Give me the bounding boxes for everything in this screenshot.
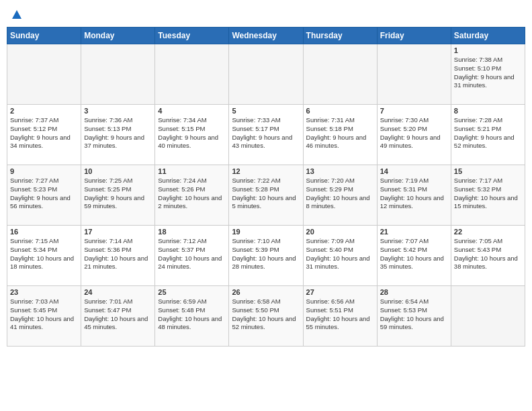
- day-info: Sunrise: 7:15 AM Sunset: 5:34 PM Dayligh…: [10, 237, 78, 271]
- calendar-cell: [303, 44, 377, 105]
- day-info: Sunrise: 6:56 AM Sunset: 5:51 PM Dayligh…: [306, 298, 374, 332]
- calendar-cell: 7Sunrise: 7:30 AM Sunset: 5:20 PM Daylig…: [377, 105, 451, 165]
- day-number: 14: [380, 167, 448, 175]
- day-number: 23: [10, 288, 78, 296]
- day-number: 25: [158, 288, 226, 296]
- weekday-header-monday: Monday: [81, 28, 155, 44]
- calendar-cell: [7, 44, 81, 105]
- day-number: 21: [380, 228, 448, 236]
- calendar-cell: 14Sunrise: 7:19 AM Sunset: 5:31 PM Dayli…: [377, 165, 451, 226]
- day-info: Sunrise: 7:09 AM Sunset: 5:40 PM Dayligh…: [306, 237, 374, 271]
- day-info: Sunrise: 6:59 AM Sunset: 5:48 PM Dayligh…: [158, 298, 226, 332]
- calendar-cell: 13Sunrise: 7:20 AM Sunset: 5:29 PM Dayli…: [303, 165, 377, 226]
- day-info: Sunrise: 7:10 AM Sunset: 5:39 PM Dayligh…: [232, 237, 300, 271]
- day-info: Sunrise: 7:24 AM Sunset: 5:26 PM Dayligh…: [158, 177, 226, 211]
- calendar-cell: 26Sunrise: 6:58 AM Sunset: 5:50 PM Dayli…: [229, 286, 303, 347]
- day-info: Sunrise: 7:12 AM Sunset: 5:37 PM Dayligh…: [158, 237, 226, 271]
- calendar-cell: 2Sunrise: 7:37 AM Sunset: 5:12 PM Daylig…: [7, 105, 81, 165]
- day-info: Sunrise: 7:14 AM Sunset: 5:36 PM Dayligh…: [84, 237, 152, 271]
- calendar-cell: 21Sunrise: 7:07 AM Sunset: 5:42 PM Dayli…: [377, 226, 451, 286]
- day-number: 16: [10, 228, 78, 236]
- calendar-cell: [155, 44, 229, 105]
- day-number: 15: [454, 167, 522, 175]
- day-number: 11: [158, 167, 226, 175]
- logo-triangle-icon: [11, 9, 22, 20]
- calendar-week-3: 9Sunrise: 7:27 AM Sunset: 5:23 PM Daylig…: [7, 165, 525, 226]
- day-number: 1: [454, 46, 522, 54]
- day-info: Sunrise: 6:54 AM Sunset: 5:53 PM Dayligh…: [380, 298, 448, 332]
- day-info: Sunrise: 7:37 AM Sunset: 5:12 PM Dayligh…: [10, 116, 78, 150]
- day-info: Sunrise: 7:19 AM Sunset: 5:31 PM Dayligh…: [380, 177, 448, 211]
- day-number: 2: [10, 107, 78, 115]
- day-info: Sunrise: 7:34 AM Sunset: 5:15 PM Dayligh…: [158, 116, 226, 150]
- calendar-week-5: 23Sunrise: 7:03 AM Sunset: 5:45 PM Dayli…: [7, 286, 525, 347]
- calendar-cell: 18Sunrise: 7:12 AM Sunset: 5:37 PM Dayli…: [155, 226, 229, 286]
- day-info: Sunrise: 7:28 AM Sunset: 5:21 PM Dayligh…: [454, 116, 522, 150]
- day-info: Sunrise: 7:05 AM Sunset: 5:43 PM Dayligh…: [454, 237, 522, 271]
- day-info: Sunrise: 7:33 AM Sunset: 5:17 PM Dayligh…: [232, 116, 300, 150]
- calendar-cell: 11Sunrise: 7:24 AM Sunset: 5:26 PM Dayli…: [155, 165, 229, 226]
- weekday-header-tuesday: Tuesday: [155, 28, 229, 44]
- day-info: Sunrise: 7:25 AM Sunset: 5:25 PM Dayligh…: [84, 177, 152, 211]
- calendar-cell: 9Sunrise: 7:27 AM Sunset: 5:23 PM Daylig…: [7, 165, 81, 226]
- calendar-cell: 28Sunrise: 6:54 AM Sunset: 5:53 PM Dayli…: [377, 286, 451, 347]
- day-number: 8: [454, 107, 522, 115]
- calendar-cell: 25Sunrise: 6:59 AM Sunset: 5:48 PM Dayli…: [155, 286, 229, 347]
- day-number: 28: [380, 288, 448, 296]
- day-number: 5: [232, 107, 300, 115]
- day-number: 17: [84, 228, 152, 236]
- day-number: 7: [380, 107, 448, 115]
- day-info: Sunrise: 7:38 AM Sunset: 5:10 PM Dayligh…: [454, 56, 522, 90]
- svg-marker-0: [12, 10, 21, 19]
- day-number: 27: [306, 288, 374, 296]
- logo: [11, 9, 23, 20]
- day-number: 10: [84, 167, 152, 175]
- day-info: Sunrise: 6:58 AM Sunset: 5:50 PM Dayligh…: [232, 298, 300, 332]
- calendar-cell: 6Sunrise: 7:31 AM Sunset: 5:18 PM Daylig…: [303, 105, 377, 165]
- calendar-cell: 12Sunrise: 7:22 AM Sunset: 5:28 PM Dayli…: [229, 165, 303, 226]
- calendar-cell: 23Sunrise: 7:03 AM Sunset: 5:45 PM Dayli…: [7, 286, 81, 347]
- day-info: Sunrise: 7:22 AM Sunset: 5:28 PM Dayligh…: [232, 177, 300, 211]
- day-info: Sunrise: 7:36 AM Sunset: 5:13 PM Dayligh…: [84, 116, 152, 150]
- day-number: 13: [306, 167, 374, 175]
- calendar-cell: 15Sunrise: 7:17 AM Sunset: 5:32 PM Dayli…: [451, 165, 525, 226]
- day-number: 3: [84, 107, 152, 115]
- weekday-header-thursday: Thursday: [303, 28, 377, 44]
- day-info: Sunrise: 7:27 AM Sunset: 5:23 PM Dayligh…: [10, 177, 78, 211]
- weekday-header-sunday: Sunday: [7, 28, 81, 44]
- calendar-cell: 20Sunrise: 7:09 AM Sunset: 5:40 PM Dayli…: [303, 226, 377, 286]
- weekday-header-saturday: Saturday: [451, 28, 525, 44]
- day-number: 20: [306, 228, 374, 236]
- day-number: 4: [158, 107, 226, 115]
- day-info: Sunrise: 7:30 AM Sunset: 5:20 PM Dayligh…: [380, 116, 448, 150]
- calendar-cell: 8Sunrise: 7:28 AM Sunset: 5:21 PM Daylig…: [451, 105, 525, 165]
- calendar-cell: 19Sunrise: 7:10 AM Sunset: 5:39 PM Dayli…: [229, 226, 303, 286]
- page-header: [7, 7, 525, 23]
- day-info: Sunrise: 7:17 AM Sunset: 5:32 PM Dayligh…: [454, 177, 522, 211]
- day-number: 6: [306, 107, 374, 115]
- day-number: 24: [84, 288, 152, 296]
- calendar-cell: 1Sunrise: 7:38 AM Sunset: 5:10 PM Daylig…: [451, 44, 525, 105]
- calendar-cell: [451, 286, 525, 347]
- calendar-cell: 4Sunrise: 7:34 AM Sunset: 5:15 PM Daylig…: [155, 105, 229, 165]
- weekday-header-friday: Friday: [377, 28, 451, 44]
- day-number: 22: [454, 228, 522, 236]
- calendar-cell: 17Sunrise: 7:14 AM Sunset: 5:36 PM Dayli…: [81, 226, 155, 286]
- calendar-cell: 24Sunrise: 7:01 AM Sunset: 5:47 PM Dayli…: [81, 286, 155, 347]
- day-info: Sunrise: 7:31 AM Sunset: 5:18 PM Dayligh…: [306, 116, 374, 150]
- weekday-header-wednesday: Wednesday: [229, 28, 303, 44]
- day-info: Sunrise: 7:20 AM Sunset: 5:29 PM Dayligh…: [306, 177, 374, 211]
- calendar-cell: [229, 44, 303, 105]
- day-info: Sunrise: 7:07 AM Sunset: 5:42 PM Dayligh…: [380, 237, 448, 271]
- calendar-cell: 3Sunrise: 7:36 AM Sunset: 5:13 PM Daylig…: [81, 105, 155, 165]
- calendar-cell: [377, 44, 451, 105]
- calendar-week-1: 1Sunrise: 7:38 AM Sunset: 5:10 PM Daylig…: [7, 44, 525, 105]
- calendar-week-2: 2Sunrise: 7:37 AM Sunset: 5:12 PM Daylig…: [7, 105, 525, 165]
- day-info: Sunrise: 7:03 AM Sunset: 5:45 PM Dayligh…: [10, 298, 78, 332]
- day-number: 9: [10, 167, 78, 175]
- calendar-body: 1Sunrise: 7:38 AM Sunset: 5:10 PM Daylig…: [7, 44, 525, 347]
- calendar-cell: 10Sunrise: 7:25 AM Sunset: 5:25 PM Dayli…: [81, 165, 155, 226]
- day-number: 19: [232, 228, 300, 236]
- day-number: 18: [158, 228, 226, 236]
- day-number: 26: [232, 288, 300, 296]
